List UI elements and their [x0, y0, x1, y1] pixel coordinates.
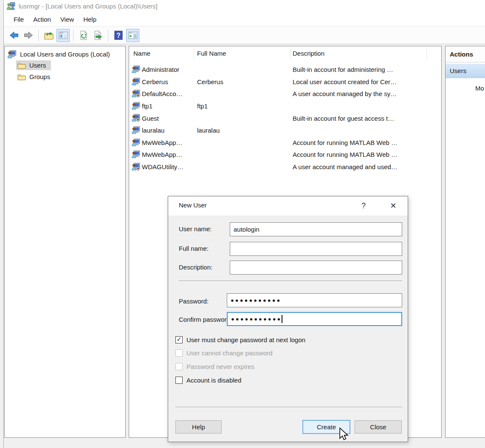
export-list-icon [93, 30, 103, 40]
user-account-disabled-icon [132, 163, 140, 170]
user-account-icon [132, 139, 140, 146]
checkbox-label: User cannot change password [186, 349, 273, 357]
menu-action[interactable]: Action [28, 14, 56, 25]
table-row-guest[interactable]: Guest Built-in account for guest access … [129, 112, 441, 124]
password-label: Password: [179, 298, 209, 305]
folder-icon [17, 62, 26, 69]
help-button[interactable]: ? [112, 29, 125, 42]
separator [179, 281, 402, 281]
window-title-bar: lusrmgr - [Local Users and Groups (Local… [4, 0, 485, 12]
menu-view[interactable]: View [56, 14, 79, 25]
back-icon [9, 30, 19, 40]
checkbox-box[interactable]: ✓ [175, 377, 183, 384]
password-masked-dots: ●●●●●●●●●●● [231, 316, 282, 322]
full-name-cell: lauralau [197, 127, 220, 134]
svg-text:?: ? [116, 32, 121, 39]
tree-root-label: Local Users and Groups (Local) [20, 51, 110, 58]
table-row-defaultaccount[interactable]: DefaultAcco… A user account managed by t… [129, 88, 441, 100]
toolbar: ? [4, 26, 485, 44]
more-actions-item[interactable]: Mo [475, 85, 484, 92]
user-account-icon [132, 65, 140, 73]
description-cell: A user account managed by the sy… [293, 90, 397, 97]
dialog-title: New User [179, 201, 207, 209]
column-header-full-name[interactable]: Full Name [197, 50, 226, 57]
console-tree-pane: Local Users and Groups (Local) Users Gro… [4, 46, 126, 438]
description-label: Description: [179, 264, 212, 271]
refresh-button[interactable] [77, 29, 90, 42]
tree-item-groups[interactable]: Groups [16, 71, 125, 82]
tree-item-local-users-and-groups[interactable]: Local Users and Groups (Local) [5, 46, 125, 60]
checkbox-must-change-password[interactable]: ✓ User must change password at next logo… [175, 335, 305, 344]
tree-item-users[interactable]: Users [16, 60, 125, 71]
description-input[interactable] [230, 261, 402, 275]
help-button-dialog[interactable]: Help [175, 420, 222, 434]
table-row-administrator[interactable]: Administrator Built-in account for admin… [129, 63, 441, 76]
table-row-mwwebapp-2[interactable]: MwWebApp… Account for running MATLAB Web… [129, 148, 441, 161]
column-resize-handle[interactable] [290, 48, 291, 60]
close-button[interactable]: Close [355, 420, 402, 434]
actions-header: Actions [446, 46, 485, 62]
user-name-cell: Guest [142, 114, 159, 122]
username-input[interactable] [230, 222, 402, 236]
user-account-icon [132, 126, 140, 134]
export-list-button[interactable] [91, 29, 104, 42]
table-row-cerberus[interactable]: Cerberus Cerberus Local user account cre… [129, 76, 441, 88]
menu-bar: File Action View Help [4, 12, 485, 26]
show-console-tree-button[interactable] [56, 29, 70, 42]
table-row-ftp1[interactable]: ftp1 ftp1 [129, 100, 441, 112]
back-button[interactable] [7, 29, 20, 42]
dialog-close-icon[interactable]: ✕ [386, 198, 400, 213]
menu-help[interactable]: Help [79, 14, 101, 25]
table-row-mwwebapp-1[interactable]: MwWebApp… Account for running MATLAB Web… [129, 136, 441, 149]
column-header-name[interactable]: Name [133, 50, 150, 57]
check-icon: ✓ [177, 336, 182, 342]
user-name-cell: DefaultAcco… [142, 90, 183, 97]
password-masked-dots: ●●●●●●●●●●● [231, 297, 281, 303]
checkbox-cannot-change-password: ✓ User cannot change password [175, 348, 273, 357]
folder-icon [17, 74, 26, 80]
description-cell: Account for running MATLAB Web … [293, 151, 398, 158]
new-user-dialog: New User ? ✕ User name: Full name: Descr… [168, 196, 408, 442]
toolbar-separator [108, 30, 108, 41]
column-resize-handle[interactable] [426, 48, 427, 60]
forward-button[interactable] [22, 29, 35, 42]
full-name-cell: Cerberus [197, 78, 223, 85]
user-name-cell: Cerberus [142, 78, 168, 85]
user-name-cell: Administrator [142, 66, 179, 73]
password-input[interactable]: ●●●●●●●●●●● [227, 293, 402, 307]
actions-item-users[interactable]: Users [446, 64, 485, 78]
column-resize-handle[interactable] [194, 48, 194, 60]
forward-icon [23, 30, 34, 40]
table-row-lauralau[interactable]: lauralau lauralau [129, 124, 441, 136]
confirm-password-input[interactable]: ●●●●●●●●●●● [227, 312, 402, 326]
checkbox-label: User must change password at next logon [186, 336, 305, 343]
separator [175, 407, 402, 408]
menu-file[interactable]: File [9, 14, 28, 25]
table-row-wdagutility[interactable]: WDAGUtility… A user account managed and … [129, 161, 441, 173]
user-account-icon [132, 102, 140, 110]
dialog-help-button[interactable]: ? [356, 198, 371, 213]
show-action-pane-button[interactable] [126, 29, 139, 42]
full-name-cell: ftp1 [197, 102, 208, 110]
checkbox-account-is-disabled[interactable]: ✓ Account is disabled [175, 375, 241, 385]
toolbar-separator [38, 30, 39, 41]
column-header-description[interactable]: Description [293, 50, 324, 57]
actions-pane: Actions Users Mo [445, 46, 485, 438]
show-console-tree-icon [58, 30, 68, 40]
checkbox-box: ✓ [175, 349, 183, 357]
confirm-password-label: Confirm password: [179, 316, 232, 323]
username-label: User name: [179, 225, 212, 233]
checkbox-box[interactable]: ✓ [175, 336, 183, 343]
dialog-title-bar[interactable]: New User ? ✕ [168, 196, 408, 215]
description-cell: A user account managed and used… [293, 163, 398, 170]
list-rows: Administrator Built-in account for admin… [129, 63, 441, 173]
lusrmgr-app-icon [7, 2, 15, 10]
show-action-pane-icon [128, 30, 138, 40]
user-account-icon [132, 78, 140, 85]
up-one-level-button[interactable] [42, 29, 55, 42]
window-title: lusrmgr - [Local Users and Groups (Local… [19, 3, 158, 10]
fullname-input[interactable] [230, 242, 402, 256]
user-account-disabled-icon [132, 90, 140, 97]
create-button[interactable]: Create [302, 420, 350, 434]
user-name-cell: ftp1 [142, 102, 152, 110]
